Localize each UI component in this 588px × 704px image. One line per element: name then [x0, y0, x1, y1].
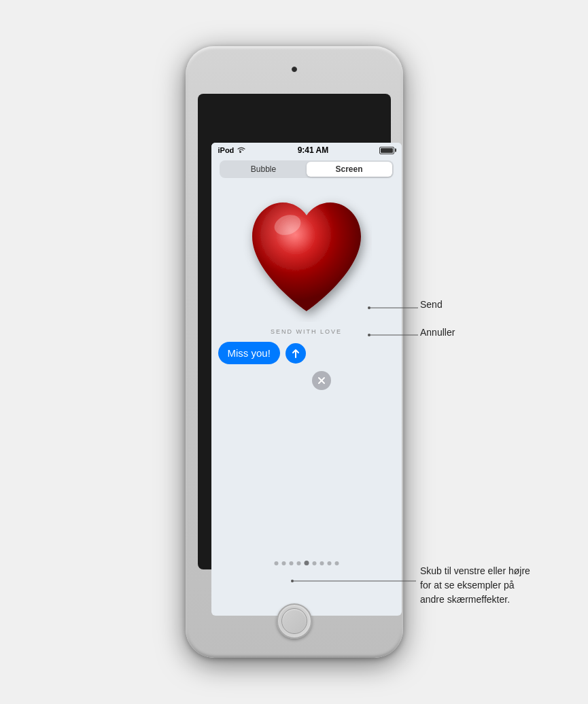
- status-left: iPod: [218, 146, 247, 155]
- device-screen: iPod 9:41 AM: [211, 143, 402, 616]
- time-display: 9:41 AM: [298, 145, 329, 155]
- ipod-device: iPod 9:41 AM: [186, 46, 403, 658]
- segment-control[interactable]: Bubble Screen: [220, 160, 394, 178]
- heart-svg: [239, 189, 375, 325]
- dot-7: [319, 561, 324, 565]
- heart-animation: [239, 189, 375, 325]
- message-row: Miss you!: [218, 342, 395, 364]
- dot-3: [289, 561, 293, 565]
- status-right: [379, 147, 394, 154]
- segment-screen[interactable]: Screen: [307, 162, 392, 177]
- front-camera: [292, 67, 297, 72]
- cancel-annotation: Annuller: [420, 327, 455, 338]
- battery-fill: [381, 148, 393, 153]
- cancel-button[interactable]: [312, 371, 331, 390]
- send-button[interactable]: [286, 343, 306, 364]
- dot-8: [327, 561, 331, 565]
- message-bubble: Miss you!: [218, 342, 280, 364]
- screen-bezel: iPod 9:41 AM: [198, 94, 391, 569]
- dot-4: [296, 561, 300, 565]
- home-button-inner: [281, 608, 307, 634]
- status-bar: iPod 9:41 AM: [211, 143, 402, 156]
- device-shell: iPod 9:41 AM: [186, 46, 403, 658]
- send-with-love-label: SEND WITH LOVE: [271, 328, 342, 335]
- segment-bubble[interactable]: Bubble: [221, 162, 307, 177]
- dot-6: [312, 561, 316, 565]
- battery-icon: [379, 147, 394, 154]
- send-annotation: Send: [420, 299, 443, 310]
- wifi-icon: [237, 146, 246, 155]
- home-button[interactable]: [277, 603, 312, 639]
- dot-2: [281, 561, 286, 565]
- swipe-annotation: Skub til venstre eller højrefor at se ek…: [420, 564, 530, 607]
- cancel-x-icon: [316, 375, 327, 386]
- send-arrow-icon: [290, 348, 301, 359]
- page-dots: [274, 561, 339, 565]
- dot-5-active: [304, 561, 309, 565]
- dot-1: [274, 561, 278, 565]
- provider-label: iPod: [218, 146, 235, 154]
- dot-9: [334, 561, 339, 565]
- content-area: SEND WITH LOVE Miss you!: [211, 182, 402, 576]
